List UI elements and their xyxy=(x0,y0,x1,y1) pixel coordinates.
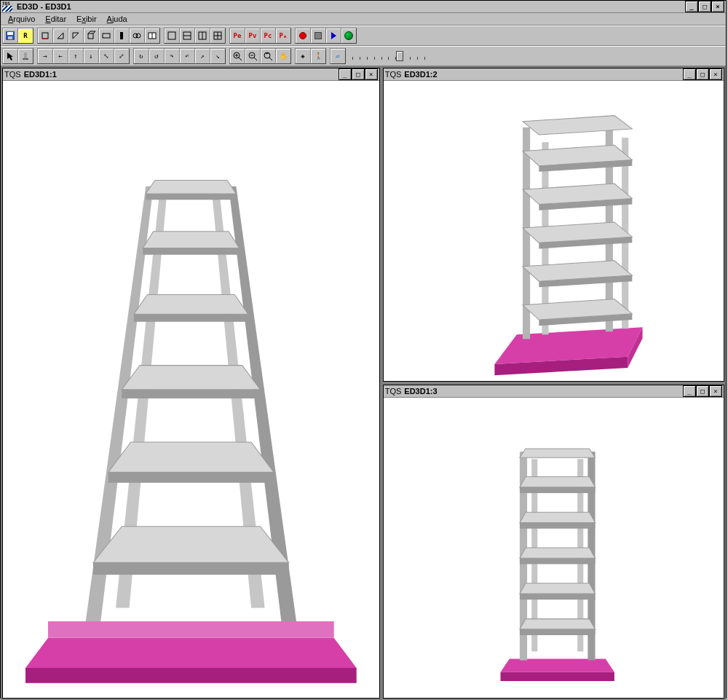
view3-close-button[interactable]: × xyxy=(709,385,722,397)
rotate-ccw-button[interactable]: ↺ xyxy=(149,48,165,64)
svg-rect-3 xyxy=(42,33,48,39)
pan-right-button[interactable]: → xyxy=(37,48,53,64)
svg-marker-80 xyxy=(520,619,596,629)
orbit-down-button[interactable]: ↶ xyxy=(179,48,195,64)
main-titlebar: TQS ED3D - ED3D1 _ □ × xyxy=(1,1,726,13)
toolbar-1: R Pe Pv Pc Pₘ xyxy=(1,25,726,46)
svg-marker-39 xyxy=(48,621,334,638)
walk-button[interactable]: 🚶 xyxy=(310,48,326,64)
save-button[interactable] xyxy=(2,28,18,44)
svg-marker-84 xyxy=(520,477,596,487)
stop-icon xyxy=(314,32,322,39)
view2-minimize-button[interactable]: _ xyxy=(683,68,696,80)
maximize-button[interactable]: □ xyxy=(698,1,711,12)
svg-rect-7 xyxy=(88,34,93,39)
svg-marker-54 xyxy=(143,248,239,254)
column-tool-button[interactable] xyxy=(17,48,33,64)
svg-marker-51 xyxy=(108,472,274,482)
minimize-button[interactable]: _ xyxy=(685,1,698,12)
view-top-button[interactable] xyxy=(68,28,84,44)
view1-minimize-button[interactable]: _ xyxy=(339,68,352,80)
r-toggle-button[interactable]: R xyxy=(17,28,33,44)
pan-diag1-button[interactable]: ⤡ xyxy=(98,48,114,64)
split-none-button[interactable] xyxy=(164,28,180,44)
view3-minimize-button[interactable]: _ xyxy=(683,385,696,397)
split-vert-button[interactable] xyxy=(194,28,210,44)
svg-marker-37 xyxy=(25,638,357,668)
svg-rect-87 xyxy=(520,594,596,599)
menu-ajuda[interactable]: Ajuda xyxy=(103,15,132,23)
window-buttons: _ □ × xyxy=(685,1,724,12)
view2-maximize-button[interactable]: □ xyxy=(696,68,709,80)
split-quad-button[interactable] xyxy=(210,28,226,44)
view-vert-button[interactable] xyxy=(114,28,130,44)
tilt-down-button[interactable]: ↘ xyxy=(210,48,226,64)
viewport-3[interactable] xyxy=(384,398,724,698)
svg-line-33 xyxy=(254,58,257,60)
pan-down-button[interactable]: ↓ xyxy=(83,48,99,64)
view1-close-button[interactable]: × xyxy=(365,68,378,80)
cursor-tool-button[interactable] xyxy=(2,48,18,64)
pm-button[interactable]: Pₘ xyxy=(275,28,291,44)
pe-button[interactable]: Pe xyxy=(229,28,245,44)
shape-plane-button[interactable]: ▱ xyxy=(330,48,346,64)
tilt-up-button[interactable]: ↗ xyxy=(194,48,210,64)
view-iso-button[interactable] xyxy=(83,28,99,44)
viewport-2[interactable] xyxy=(384,81,724,381)
rotate-cw-button[interactable]: ↻ xyxy=(133,48,149,64)
zoom-fit-button[interactable] xyxy=(260,48,276,64)
view2-close-button[interactable]: × xyxy=(709,68,722,80)
play-button[interactable] xyxy=(325,28,341,44)
menu-exibir[interactable]: Exibir xyxy=(72,15,101,23)
view-front-button[interactable] xyxy=(37,28,53,44)
svg-rect-90 xyxy=(520,487,596,493)
view-side-button[interactable] xyxy=(52,28,68,44)
menubar: Arquivo Editar Exibir Ajuda xyxy=(1,13,726,25)
target-button[interactable]: ◈ xyxy=(295,48,311,64)
view-chain-button[interactable] xyxy=(129,28,145,44)
close-button[interactable]: × xyxy=(711,1,724,12)
pan-diag2-button[interactable]: ⤢ xyxy=(114,48,130,64)
pan-left-button[interactable]: ← xyxy=(52,48,68,64)
svg-rect-17 xyxy=(168,32,175,39)
view3-maximize-button[interactable]: □ xyxy=(696,385,709,397)
zoom-in-button[interactable] xyxy=(229,48,245,64)
svg-marker-74 xyxy=(500,659,614,672)
mdi-client-area: TQS ED3D1:1 _ □ × xyxy=(1,66,726,700)
zoom-out-button[interactable] xyxy=(245,48,261,64)
svg-marker-48 xyxy=(143,232,239,248)
view3-title: ED3D1:3 xyxy=(404,387,683,396)
svg-marker-46 xyxy=(122,366,260,390)
speed-slider[interactable] xyxy=(352,52,425,60)
menu-arquivo[interactable]: Arquivo xyxy=(4,15,39,23)
view-rect-button[interactable] xyxy=(98,28,114,44)
globe-icon xyxy=(344,31,353,40)
svg-rect-88 xyxy=(520,559,596,565)
orbit-up-button[interactable]: ↷ xyxy=(164,48,180,64)
svg-marker-50 xyxy=(93,562,289,575)
viewport-1[interactable] xyxy=(3,81,379,698)
view-book-button[interactable] xyxy=(144,28,160,44)
split-horiz-button[interactable] xyxy=(179,28,195,44)
menu-editar[interactable]: Editar xyxy=(41,15,71,23)
stop-button[interactable] xyxy=(310,28,326,44)
svg-rect-11 xyxy=(103,34,110,38)
save-icon xyxy=(5,31,15,41)
svg-marker-81 xyxy=(520,583,596,594)
pc-button[interactable]: Pc xyxy=(260,28,276,44)
svg-rect-86 xyxy=(520,629,596,635)
record-icon xyxy=(299,32,306,39)
svg-rect-1 xyxy=(7,32,13,35)
pv-button[interactable]: Pv xyxy=(245,28,261,44)
view1-maximize-button[interactable]: □ xyxy=(352,68,365,80)
column-icon xyxy=(20,51,31,61)
pan-up-button[interactable]: ↑ xyxy=(68,48,84,64)
pan-hand-button[interactable]: ✋ xyxy=(275,48,291,64)
play-icon xyxy=(331,32,336,39)
zoom-fit-icon xyxy=(263,51,273,61)
slider-knob-icon xyxy=(396,51,403,61)
svg-marker-53 xyxy=(134,314,248,321)
zoom-out-icon xyxy=(248,51,258,61)
record-button[interactable] xyxy=(295,28,311,44)
globe-button[interactable] xyxy=(341,28,357,44)
